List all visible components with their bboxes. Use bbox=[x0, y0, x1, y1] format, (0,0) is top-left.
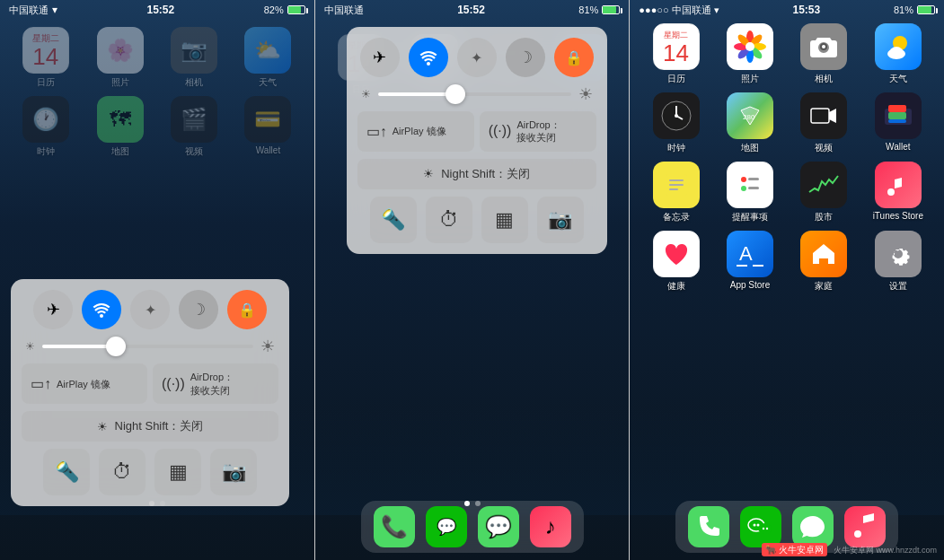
dock-music-2[interactable]: ♪ bbox=[530, 506, 571, 547]
weather-icon-1: ⛅ bbox=[244, 27, 291, 74]
home-screen-1: 星期二14 日历 🌸 照片 📷 相机 ⛅ 天气 🕐 时钟 🗺 bbox=[0, 20, 314, 165]
dock-wechat-3[interactable] bbox=[740, 506, 781, 547]
svg-rect-27 bbox=[669, 184, 684, 186]
watermark: 🐂 火牛安卓网 火牛安卓网 www.hnzzdt.com bbox=[762, 544, 937, 556]
brightness-slider-1[interactable]: ☀ ☀ bbox=[22, 337, 278, 356]
camera-tool-button-1[interactable]: 📷 bbox=[210, 449, 257, 495]
appstore-label-3: App Store bbox=[730, 280, 770, 290]
time-1: 15:52 bbox=[146, 4, 174, 16]
app-stocks-3[interactable]: 股市 bbox=[789, 162, 859, 223]
airdrop-button-1[interactable]: ((·)) AirDrop：接收关闭 bbox=[153, 363, 278, 404]
wifi-toggle-2[interactable] bbox=[409, 38, 448, 77]
svg-point-37 bbox=[758, 523, 772, 534]
slider-fill-2 bbox=[378, 92, 455, 96]
dock-phone-3[interactable] bbox=[688, 506, 729, 547]
phone-panel-2: 中国联通 15:52 81% 星期二14日历 🌸照片 📷相机 ⛅天气 ✈ bbox=[314, 0, 631, 560]
app-health-3[interactable]: 健康 bbox=[640, 231, 710, 293]
app-settings-3[interactable]: 设置 bbox=[863, 231, 933, 293]
icon-grid-3: 星期二 14 日历 bbox=[640, 23, 933, 293]
app-wallet-3[interactable]: Wallet bbox=[863, 92, 933, 154]
health-icon-3 bbox=[653, 231, 700, 277]
battery-text-1: 82% bbox=[264, 4, 284, 15]
clock-label-3: 时钟 bbox=[667, 142, 685, 154]
carrier-3: ●●●○○ 中国联通 ▾ bbox=[639, 4, 719, 17]
dock-messages-3[interactable] bbox=[792, 506, 834, 547]
dock-messages-2[interactable]: 💬 bbox=[478, 506, 519, 547]
icon-grid-1: 星期二14 日历 🌸 照片 📷 相机 ⛅ 天气 🕐 时钟 🗺 bbox=[11, 27, 304, 158]
app-photos-3[interactable]: 照片 bbox=[715, 23, 785, 85]
reminders-icon-3 bbox=[727, 162, 773, 208]
wechat-dock-icon-2: 💬 bbox=[426, 506, 467, 547]
airdrop-button-2[interactable]: ((·)) AirDrop：接收关闭 bbox=[480, 111, 596, 152]
svg-rect-26 bbox=[669, 179, 684, 181]
svg-rect-30 bbox=[748, 178, 759, 180]
airplane-toggle-2[interactable]: ✈ bbox=[360, 38, 400, 77]
svg-rect-28 bbox=[669, 188, 678, 190]
battery-text-3: 81% bbox=[894, 4, 913, 15]
camera-icon-3 bbox=[800, 23, 847, 70]
dock-wechat-2[interactable]: 💬 bbox=[426, 506, 467, 547]
app-appstore-3[interactable]: A App Store bbox=[715, 231, 785, 293]
app-maps-3[interactable]: 280 地图 bbox=[715, 92, 785, 154]
slider-track-1 bbox=[42, 345, 253, 348]
bluetooth-toggle-1[interactable]: ✦ bbox=[130, 290, 170, 329]
airplay-button-2[interactable]: ▭↑ AirPlay 镜像 bbox=[357, 111, 474, 152]
watermark-logo: 🐂 火牛安卓网 bbox=[762, 543, 827, 556]
lock-toggle-1[interactable]: 🔒 bbox=[227, 290, 267, 329]
wifi-toggle-1[interactable] bbox=[82, 290, 121, 329]
lock-toggle-2[interactable]: 🔒 bbox=[554, 38, 594, 77]
airplane-toggle-1[interactable]: ✈ bbox=[33, 290, 73, 329]
app-weather-3[interactable]: 天气 bbox=[863, 23, 933, 85]
app-cal-3[interactable]: 星期二 14 日历 bbox=[640, 23, 710, 85]
photos-icon-1: 🌸 bbox=[97, 27, 144, 74]
svg-text:280: 280 bbox=[743, 113, 755, 121]
brightness-slider-2[interactable]: ☀ ☀ bbox=[357, 84, 596, 104]
app-notes-3[interactable]: 备忘录 bbox=[640, 162, 710, 223]
app-clock-3[interactable]: 时钟 bbox=[640, 92, 710, 154]
status-left-3: ●●●○○ 中国联通 ▾ bbox=[639, 4, 719, 17]
night-shift-button-1[interactable]: ☀ Night Shift：关闭 bbox=[22, 411, 278, 442]
tools-row-1: 🔦 ⏱ ▦ 📷 bbox=[22, 449, 278, 495]
app-video-3[interactable]: 视频 bbox=[789, 92, 859, 154]
flashlight-button-1[interactable]: 🔦 bbox=[43, 449, 90, 495]
app-itunes-3[interactable]: iTunes Store bbox=[863, 162, 933, 223]
camera-tool-button-2[interactable]: 📷 bbox=[537, 197, 584, 243]
airplay-icon-2: ▭↑ bbox=[366, 123, 387, 140]
battery-icon-1 bbox=[287, 5, 305, 14]
video-icon-3 bbox=[800, 92, 847, 139]
reminders-label-3: 提醒事项 bbox=[732, 211, 768, 223]
flashlight-button-2[interactable]: 🔦 bbox=[370, 197, 417, 243]
moon-toggle-1[interactable]: ☽ bbox=[179, 290, 218, 329]
control-center-1: ✈ ✦ ☽ 🔒 ☀ ☀ ▭↑ AirPlay 镜像 bbox=[11, 279, 289, 506]
dock-phone-2[interactable]: 📞 bbox=[374, 506, 415, 547]
appstore-icon-3: A bbox=[727, 231, 773, 277]
airdrop-icon-1: ((·)) bbox=[162, 376, 185, 392]
app-camera-3[interactable]: 相机 bbox=[789, 23, 859, 85]
slider-fill-1 bbox=[42, 345, 116, 348]
maps-icon-3: 280 bbox=[727, 92, 773, 139]
bluetooth-toggle-2[interactable]: ✦ bbox=[457, 38, 497, 77]
carrier-2: 中国联通 bbox=[324, 4, 364, 17]
status-bar-3: ●●●○○ 中国联通 ▾ 15:53 81% bbox=[630, 0, 944, 20]
moon-toggle-2[interactable]: ☽ bbox=[506, 38, 545, 77]
svg-text:A: A bbox=[739, 242, 753, 265]
dot-2-1 bbox=[464, 501, 470, 506]
page-dots-2 bbox=[464, 501, 481, 506]
brightness-high-icon-1: ☀ bbox=[260, 337, 275, 356]
wifi-status-1: ▾ bbox=[52, 4, 57, 16]
dock-music-3[interactable] bbox=[844, 506, 886, 547]
status-right-2: 81% bbox=[578, 4, 620, 15]
clock-icon-1: 🕐 bbox=[22, 96, 69, 143]
airplay-button-1[interactable]: ▭↑ AirPlay 镜像 bbox=[22, 363, 147, 404]
night-shift-button-2[interactable]: ☀ Night Shift：关闭 bbox=[357, 159, 596, 189]
timer-button-1[interactable]: ⏱ bbox=[99, 449, 146, 495]
calculator-button-2[interactable]: ▦ bbox=[481, 197, 528, 243]
phone-panel-3: ●●●○○ 中国联通 ▾ 15:53 81% 星期二 14 日历 bbox=[630, 0, 944, 560]
app-home-3[interactable]: 家庭 bbox=[789, 231, 859, 293]
notes-label-3: 备忘录 bbox=[663, 211, 690, 223]
app-reminders-3[interactable]: 提醒事项 bbox=[715, 162, 785, 223]
watermark-url: 火牛安卓网 www.hnzzdt.com bbox=[834, 546, 937, 555]
timer-button-2[interactable]: ⏱ bbox=[426, 197, 472, 243]
slider-track-2 bbox=[378, 92, 571, 96]
calculator-button-1[interactable]: ▦ bbox=[154, 449, 201, 495]
